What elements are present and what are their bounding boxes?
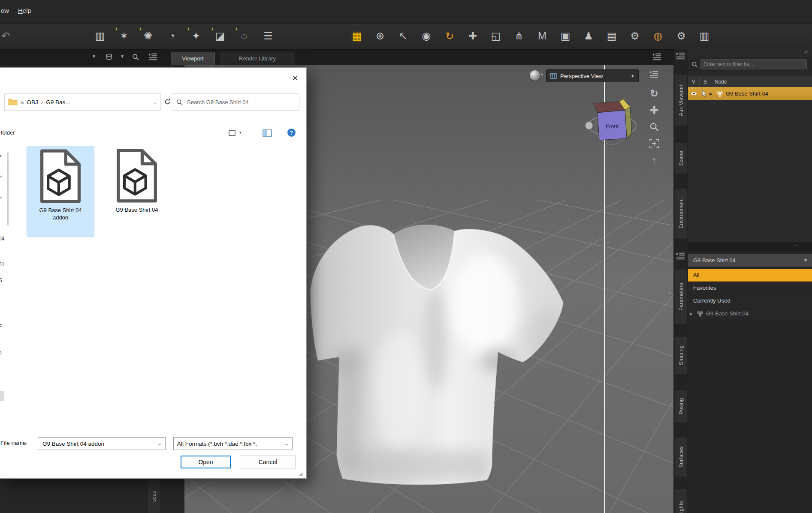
breadcrumb[interactable]: « OBJ › G9 Bas... ⌄ (4, 93, 161, 111)
translate-tool-icon[interactable]: ✚ (462, 26, 483, 46)
breadcrumb-item-obj[interactable]: OBJ (27, 99, 38, 105)
node-gear-tool-icon[interactable]: ⚙ (625, 26, 645, 46)
refresh-icon[interactable] (164, 98, 171, 105)
tab-render-library[interactable]: Render Library (220, 52, 295, 65)
params-group-favorites[interactable]: Favorites (688, 282, 812, 294)
expand-arrow-icon[interactable]: ▶ (709, 92, 715, 96)
file-name-field[interactable]: ⌄ (38, 437, 166, 450)
camera-tool-icon[interactable]: ▤ (601, 26, 622, 46)
pane-options-icon[interactable] (148, 53, 158, 61)
tree-fragment[interactable]: F (0, 324, 2, 330)
search-icon[interactable] (132, 54, 139, 60)
universal-tool-icon[interactable]: ⊕ (370, 26, 390, 46)
zoom-camera-icon[interactable] (648, 120, 661, 133)
grid-selection-tool-icon[interactable]: ▦ (347, 26, 367, 46)
tree-fragment[interactable]: o (0, 350, 2, 356)
view-mode-icon[interactable] (229, 130, 235, 136)
menu-window-fragment[interactable]: ow (1, 7, 9, 14)
orbit-camera-icon[interactable]: ↻ (648, 87, 661, 100)
align-pane-icon[interactable]: ☰ (258, 26, 278, 46)
pane-splitter[interactable]: ⋯ (688, 242, 812, 251)
tab-shaping[interactable]: Shaping (675, 337, 687, 374)
tree-fragment[interactable]: > (0, 153, 2, 159)
chevron-down-icon[interactable]: ⌄ (157, 441, 162, 447)
create-camera-icon[interactable]: ▥ (90, 26, 110, 46)
scale-tool-icon[interactable]: ◱ (486, 26, 506, 46)
create-spotlight-icon[interactable]: +✺ (138, 26, 158, 46)
scene-tree-empty-area[interactable] (688, 100, 812, 242)
dropdown-icon[interactable]: ▾ (541, 72, 543, 77)
resize-grip[interactable]: ◢ (299, 471, 302, 477)
breadcrumb-item-current[interactable]: G9 Bas... (46, 99, 70, 105)
params-group-currently-used[interactable]: Currently Used (688, 294, 812, 307)
active-rotate-tool-icon[interactable]: ↻ (439, 26, 460, 46)
create-distant-light-icon[interactable]: +✶ (114, 26, 134, 46)
reset-camera-icon[interactable]: ↑ (648, 154, 661, 167)
tree-fragment[interactable]: > (0, 195, 2, 201)
pane-options-icon[interactable] (649, 70, 659, 79)
file-name-input[interactable] (42, 440, 157, 447)
tree-fragment[interactable]: S (0, 277, 2, 283)
params-group-all[interactable]: All (688, 269, 812, 282)
scene-node-row-selected[interactable]: ▶ G9 Base Shirt 04 (688, 87, 812, 100)
tree-fragment[interactable]: 04 (0, 236, 4, 242)
preview-pane-icon[interactable] (263, 129, 272, 137)
measure-tool-icon[interactable]: M (532, 26, 552, 46)
tab-surfaces[interactable]: Surfaces (675, 438, 687, 477)
figure-selection-tool-icon[interactable]: ♟ (578, 26, 599, 46)
geometry-editor-tool-icon[interactable]: ▣ (555, 26, 576, 46)
dialog-search-input[interactable] (186, 99, 295, 106)
tree-fragment[interactable]: 01 (0, 261, 4, 267)
file-item-selected[interactable]: G9 Base Shirt 04 addon (27, 146, 94, 237)
dropdown-icon[interactable]: ▼ (120, 54, 124, 59)
create-timer-light-icon[interactable]: ◔ (162, 26, 182, 46)
params-group-figure[interactable]: ▶ G9 Base Shirt 04 (688, 307, 812, 320)
tree-fragment[interactable]: > (0, 174, 2, 180)
open-button[interactable]: Open (181, 456, 231, 468)
undo-icon[interactable]: ↶ (0, 26, 15, 46)
collapse-pane-icon[interactable]: ◂ (668, 290, 671, 295)
parameters-header[interactable]: G9 Base Shirt 04 ▼ (688, 254, 812, 267)
joint-editor-tool-icon[interactable]: ⋔ (509, 26, 529, 46)
pane-options-icon[interactable] (676, 52, 685, 60)
create-null-icon[interactable]: +◌ (234, 26, 254, 46)
view-cube[interactable]: Front (586, 90, 641, 155)
view-mode-dropdown-icon[interactable]: ▾ (239, 130, 241, 135)
rotate-node-tool-icon[interactable]: ◉ (416, 26, 437, 46)
tab-parameters[interactable]: Parameters (675, 270, 687, 324)
expand-arrow-icon[interactable]: ▶ (690, 312, 696, 316)
create-plane-icon[interactable]: +◪ (210, 26, 230, 46)
tab-viewport[interactable]: Viewport (171, 52, 215, 65)
camera-gear-tool-icon[interactable]: ⚙ (671, 26, 691, 46)
visibility-eye-icon[interactable] (688, 90, 699, 97)
draw-style-ball-icon[interactable] (530, 70, 540, 81)
surface-selection-tool-icon[interactable]: ◍ (648, 26, 668, 46)
pane-options-icon[interactable] (676, 252, 685, 261)
pane-options-icon[interactable] (652, 53, 662, 61)
camera-b-tool-icon[interactable]: ▥ (694, 26, 715, 46)
tab-scene[interactable]: Scene (675, 143, 687, 174)
tab-lights[interactable]: Lights (675, 489, 687, 513)
nav-scrollbar[interactable] (7, 153, 9, 225)
cancel-button[interactable]: Cancel (240, 456, 296, 468)
tab-aux-viewport[interactable]: Aux Viewport (675, 75, 687, 126)
node-selection-tool-icon[interactable]: ↖ (393, 26, 414, 46)
new-folder-fragment[interactable]: folder (1, 129, 15, 136)
menu-help[interactable]: Help (18, 7, 31, 14)
tab-posing[interactable]: Posing (675, 390, 687, 422)
scene-filter-input[interactable] (700, 59, 807, 69)
file-type-select[interactable]: All Formats (*.bvh *.dae *.fbx *. ⌄ (173, 437, 293, 450)
dropdown-icon[interactable]: ▼ (92, 54, 96, 59)
close-icon[interactable]: ✕ (292, 74, 298, 83)
create-flashlight-icon[interactable]: +✦ (186, 26, 206, 46)
cylinder-icon[interactable] (106, 54, 112, 60)
help-icon[interactable]: ? (287, 129, 296, 137)
pan-camera-icon[interactable]: ✚ (648, 104, 661, 117)
pane-min-icon[interactable]: ▴▾ (804, 50, 808, 54)
breadcrumb-overflow[interactable]: « (21, 99, 24, 105)
frame-camera-icon[interactable] (648, 137, 661, 150)
chevron-down-icon[interactable]: ▼ (803, 258, 808, 263)
address-dropdown-icon[interactable]: ⌄ (154, 100, 157, 105)
camera-selector[interactable]: Perspective View ▼ (546, 69, 639, 82)
selectable-cursor-icon[interactable] (699, 90, 709, 97)
